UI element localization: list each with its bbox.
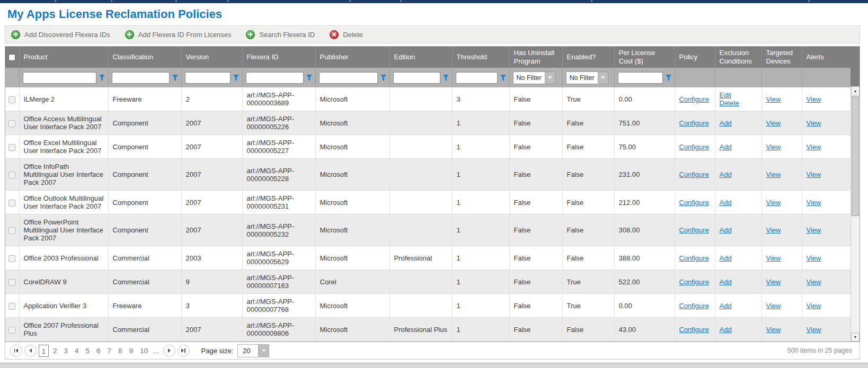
page-number-8[interactable]: 8: [116, 345, 125, 357]
page-number-7[interactable]: 7: [105, 345, 114, 357]
page-size-dropdown-button[interactable]: [258, 345, 269, 357]
page-number-1[interactable]: 1: [39, 345, 49, 357]
filter-input-edition[interactable]: [393, 72, 440, 84]
search-flexera-id-button[interactable]: Search Flexera ID: [246, 30, 315, 39]
row-checkbox[interactable]: [8, 120, 15, 127]
column-header-alerts[interactable]: Alerts: [802, 47, 851, 68]
scroll-down-button[interactable]: ▼: [851, 333, 860, 342]
view-targeted-devices-link[interactable]: View: [766, 95, 781, 103]
scrollbar-track[interactable]: ▲ ▼: [851, 86, 860, 342]
view-alerts-link[interactable]: View: [807, 278, 821, 286]
column-header-per-license-cost[interactable]: Per License Cost ($): [614, 47, 675, 68]
filter-select-dropdown-button[interactable]: [598, 72, 608, 84]
filter-input-threshold[interactable]: [456, 72, 498, 84]
column-header-exclusion-conditions[interactable]: Exclusion Conditions: [715, 47, 761, 68]
filter-input-per-license-cost[interactable]: [618, 72, 663, 84]
scroll-up-button[interactable]: ▲: [851, 86, 860, 95]
column-header-product[interactable]: Product: [19, 47, 108, 68]
configure-link[interactable]: Configure: [679, 302, 709, 310]
view-targeted-devices-link[interactable]: View: [766, 119, 781, 127]
filter-funnel-icon[interactable]: [500, 75, 506, 81]
add-link[interactable]: Add: [720, 302, 757, 310]
add-link[interactable]: Add: [720, 326, 757, 334]
filter-select-dropdown-button[interactable]: [545, 72, 555, 84]
delete-link[interactable]: Delete: [720, 99, 757, 107]
page-number-6[interactable]: 6: [94, 345, 103, 357]
column-header-edition[interactable]: Edition: [389, 47, 452, 68]
page-number-5[interactable]: 5: [83, 345, 93, 357]
view-targeted-devices-link[interactable]: View: [766, 278, 781, 286]
filter-input-version[interactable]: [185, 72, 231, 84]
view-alerts-link[interactable]: View: [807, 95, 821, 103]
view-targeted-devices-link[interactable]: View: [766, 254, 781, 262]
filter-funnel-icon[interactable]: [233, 75, 239, 81]
page-number-3[interactable]: 3: [61, 345, 71, 357]
row-checkbox[interactable]: [8, 200, 15, 207]
filter-input-publisher[interactable]: [319, 72, 378, 84]
filter-input-product[interactable]: [23, 72, 96, 84]
configure-link[interactable]: Configure: [679, 254, 709, 262]
column-header-classification[interactable]: Classification: [108, 47, 181, 68]
filter-funnel-icon[interactable]: [99, 75, 105, 81]
horizontal-scrollbar[interactable]: [0, 363, 868, 368]
column-header-targeted-devices[interactable]: Targeted Devices: [761, 47, 802, 68]
row-checkbox[interactable]: [8, 227, 15, 234]
view-targeted-devices-link[interactable]: View: [766, 199, 781, 207]
view-alerts-link[interactable]: View: [807, 226, 821, 234]
page-number-2[interactable]: 2: [50, 345, 60, 357]
view-alerts-link[interactable]: View: [807, 199, 821, 207]
view-alerts-link[interactable]: View: [807, 143, 821, 151]
edit-link[interactable]: Edit: [720, 91, 757, 99]
filter-funnel-icon[interactable]: [172, 75, 178, 81]
filter-funnel-icon[interactable]: [666, 75, 671, 81]
row-checkbox[interactable]: [8, 96, 15, 103]
view-alerts-link[interactable]: View: [807, 326, 821, 334]
column-header-enabled[interactable]: Enabled?: [562, 47, 614, 68]
row-checkbox[interactable]: [8, 327, 15, 334]
filter-input-flexera-id[interactable]: [246, 72, 304, 84]
filter-funnel-icon[interactable]: [306, 75, 312, 81]
configure-link[interactable]: Configure: [679, 95, 709, 103]
delete-button[interactable]: Delete: [330, 30, 363, 39]
next-page-button[interactable]: [163, 345, 175, 357]
filter-input-classification[interactable]: [112, 72, 170, 84]
add-link[interactable]: Add: [720, 278, 757, 286]
view-targeted-devices-link[interactable]: View: [766, 143, 781, 151]
select-all-checkbox[interactable]: [8, 54, 15, 61]
page-size-select[interactable]: 20: [237, 344, 269, 357]
previous-page-button[interactable]: [24, 345, 37, 357]
row-checkbox[interactable]: [8, 172, 15, 178]
first-page-button[interactable]: [10, 345, 22, 357]
view-alerts-link[interactable]: View: [807, 254, 821, 262]
filter-select-has-uninstall-program[interactable]: No Filter: [513, 71, 555, 84]
add-link[interactable]: Add: [720, 226, 757, 234]
column-header-flexera-id[interactable]: Flexera ID: [242, 47, 315, 68]
configure-link[interactable]: Configure: [679, 278, 709, 286]
add-link[interactable]: Add: [720, 254, 757, 262]
view-alerts-link[interactable]: View: [807, 302, 821, 310]
view-targeted-devices-link[interactable]: View: [766, 302, 781, 310]
configure-link[interactable]: Configure: [679, 226, 709, 234]
page-number-9[interactable]: 9: [127, 345, 136, 357]
add-link[interactable]: Add: [720, 199, 757, 207]
add-flexera-id-from-licenses-button[interactable]: Add Flexera ID From Licenses: [125, 30, 232, 39]
column-header-policy[interactable]: Policy: [675, 47, 715, 68]
view-targeted-devices-link[interactable]: View: [766, 170, 781, 178]
row-checkbox[interactable]: [8, 255, 15, 262]
column-header-has-uninstall-program[interactable]: Has Uninstall Program: [509, 47, 562, 68]
column-header-threshold[interactable]: Threshold: [452, 47, 509, 68]
configure-link[interactable]: Configure: [679, 143, 709, 151]
row-checkbox[interactable]: [8, 303, 15, 310]
last-page-button[interactable]: [178, 345, 190, 357]
row-checkbox[interactable]: [8, 279, 15, 286]
configure-link[interactable]: Configure: [679, 326, 709, 334]
configure-link[interactable]: Configure: [679, 199, 709, 207]
add-link[interactable]: Add: [720, 143, 757, 151]
column-header-publisher[interactable]: Publisher: [315, 47, 389, 68]
configure-link[interactable]: Configure: [679, 170, 709, 178]
filter-funnel-icon[interactable]: [443, 75, 449, 81]
page-number-4[interactable]: 4: [72, 345, 82, 357]
add-link[interactable]: Add: [720, 119, 757, 127]
view-targeted-devices-link[interactable]: View: [766, 226, 781, 234]
add-discovered-flexera-ids-button[interactable]: Add Discovered Flexera IDs: [11, 30, 110, 39]
